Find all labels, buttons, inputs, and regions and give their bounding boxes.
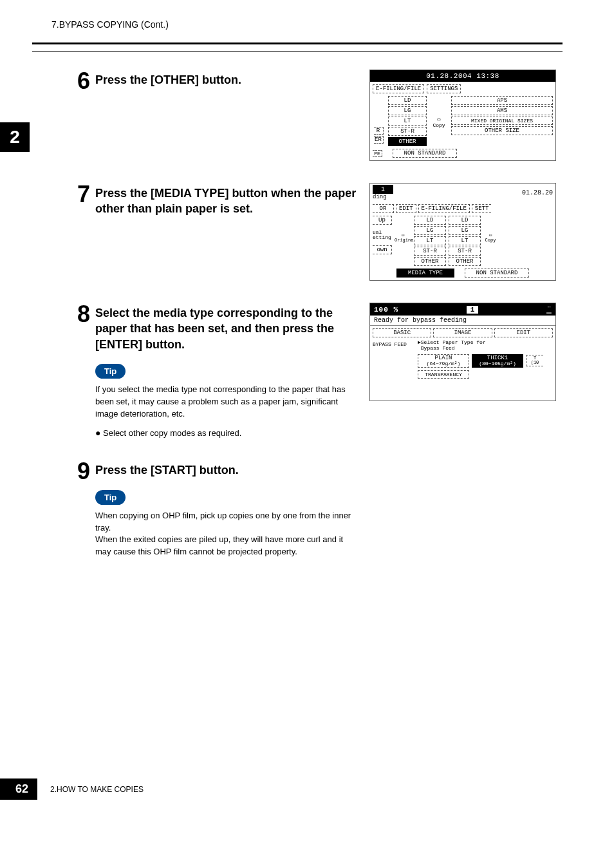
bullet-text: Select other copy modes as required.: [103, 428, 241, 438]
original-label: Original: [395, 238, 411, 243]
tab-sett[interactable]: SETT: [472, 204, 492, 213]
btn-plain[interactable]: PLAIN (64~79g/m²): [418, 354, 469, 368]
tab-edit[interactable]: EDIT: [396, 204, 416, 213]
copy-label: Copy: [431, 122, 447, 128]
lcd-panel-7: 1 ding 01.28.20 OR EDIT E-FILING/FILE SE…: [369, 183, 556, 281]
btn-lt[interactable]: LT: [388, 117, 427, 126]
btn-thick1[interactable]: THICK1 (80~105g/m²): [472, 354, 523, 368]
chapter-tab: 2: [0, 122, 30, 152]
ding-label: ding: [373, 194, 393, 200]
btn-transparency[interactable]: TRANSPARENCY: [418, 370, 469, 379]
panel-datetime: 01.28.2004 13:38: [370, 70, 555, 82]
btn-lg[interactable]: LG: [388, 106, 427, 115]
btn-lt[interactable]: LT: [414, 236, 446, 245]
side-up[interactable]: Up: [373, 216, 392, 225]
thick1-sub: (80~105g/m²): [475, 361, 520, 366]
ready-line: Ready for bypass feeding: [370, 316, 555, 326]
step-number: 7: [63, 183, 90, 206]
rule-thin: [32, 51, 563, 52]
step-number: 8: [63, 303, 90, 326]
page-footer: 62 2.HOW TO MAKE COPIES: [0, 778, 144, 800]
tab-settings[interactable]: SETTINGS: [427, 84, 461, 93]
zoom-value: 100 %: [374, 306, 398, 314]
btn-cut[interactable]: T (10: [526, 355, 543, 366]
running-header: 7.BYPASS COPYING (Cont.): [51, 19, 563, 30]
step-number: 6: [63, 70, 90, 93]
side-label: ER: [374, 136, 384, 144]
plain-sub: (64~79g/m²): [421, 361, 466, 366]
count-box: 1: [373, 185, 393, 194]
tab-or[interactable]: OR: [373, 204, 394, 213]
side-own[interactable]: own: [373, 245, 392, 254]
copy-icon: ▭: [483, 232, 498, 238]
step-title: Select the media type corresponding to t…: [95, 305, 357, 352]
btn-other[interactable]: OTHER: [388, 137, 427, 146]
btn-ld[interactable]: LD: [414, 216, 446, 225]
copy-count: 1: [467, 306, 479, 314]
staple-icon: ⎯̈: [546, 305, 552, 314]
step-title: Press the [MEDIA TYPE] button when the p…: [95, 185, 357, 217]
btn-other2[interactable]: OTHER: [449, 257, 481, 266]
btn-str[interactable]: ST-R: [414, 247, 446, 256]
bypass-feed-label: BYPASS FEED: [373, 340, 414, 379]
tab-image[interactable]: IMAGE: [433, 328, 492, 337]
side-ual: ual etting: [373, 230, 392, 240]
btn-aps[interactable]: APS: [451, 96, 553, 105]
btn-lt2[interactable]: LT: [449, 236, 481, 245]
lcd-panel-6: 01.28.2004 13:38 E-FILING/FILE SETTINGS …: [369, 70, 556, 161]
btn-ld2[interactable]: LD: [449, 216, 481, 225]
btn-nonstandard[interactable]: NON STANDARD: [465, 269, 529, 278]
date-cut: 01.28.20: [522, 189, 553, 196]
btn-lg[interactable]: LG: [414, 226, 446, 235]
btn-ams[interactable]: AMS: [451, 106, 553, 115]
bullet-line: ● Select other copy modes as required.: [95, 428, 357, 438]
step-title: Press the [START] button.: [95, 462, 357, 478]
side-label-pe: PE: [373, 150, 382, 157]
btn-str2[interactable]: ST-R: [449, 247, 481, 256]
btn-ld[interactable]: LD: [388, 96, 427, 105]
tab-efiling[interactable]: E-FILING/FILE: [373, 84, 424, 93]
btn-mixed[interactable]: MIXED ORIGINAL SIZES: [451, 117, 553, 125]
step-number: 9: [63, 460, 90, 483]
btn-nonstandard[interactable]: NON STANDARD: [393, 149, 457, 158]
step-6: 6 Press the [OTHER] button. 01.28.2004 1…: [32, 70, 563, 161]
btn-other[interactable]: OTHER: [414, 257, 446, 266]
tab-basic[interactable]: BASIC: [373, 328, 431, 337]
instruction-text: ▶Select Paper Type for Bypass Feed: [418, 340, 553, 352]
btn-media-type[interactable]: MEDIA TYPE: [396, 269, 454, 278]
tip-badge: Tip: [95, 364, 126, 379]
lcd-panel-8: 100 % 1 ⎯̈ Ready for bypass feeding BASI…: [369, 303, 556, 401]
tab-edit[interactable]: EDIT: [494, 328, 553, 337]
page-number: 62: [0, 778, 37, 800]
copy-icon: ▭: [431, 117, 447, 122]
tip-badge: Tip: [95, 490, 126, 505]
side-label: R: [374, 127, 384, 135]
tab-efiling[interactable]: E-FILING/FILE: [418, 204, 470, 213]
btn-str[interactable]: ST-R: [388, 127, 427, 136]
step-7: 7 Press the [MEDIA TYPE] button when the…: [32, 183, 563, 281]
original-icon: ▭: [395, 232, 411, 238]
step-title: Press the [OTHER] button.: [95, 72, 357, 88]
rule-thick: [32, 42, 563, 44]
bullet-icon: ●: [95, 428, 100, 438]
tip-text: If you select the media type not corresp…: [95, 384, 357, 420]
step-9: 9 Press the [START] button. Tip When cop…: [32, 460, 563, 558]
btn-othersize[interactable]: OTHER SIZE: [451, 126, 553, 135]
step-8: 8 Select the media type corresponding to…: [32, 303, 563, 438]
tip-text: When copying on OHP film, pick up copies…: [95, 510, 357, 558]
footer-chapter: 2.HOW TO MAKE COPIES: [50, 785, 144, 794]
copy-label: Copy: [483, 238, 498, 243]
btn-lg2[interactable]: LG: [449, 226, 481, 235]
